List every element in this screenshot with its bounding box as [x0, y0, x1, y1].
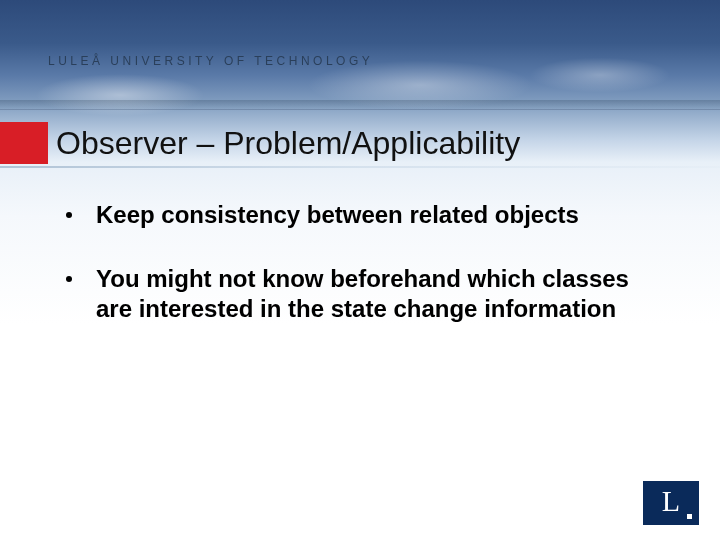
- bullet-text: Keep consistency between related objects: [96, 200, 660, 230]
- bullet-icon: [66, 276, 72, 282]
- university-logo: L: [642, 480, 700, 526]
- title-accent-square: [0, 122, 48, 164]
- bullet-icon: [66, 212, 72, 218]
- content-area: Keep consistency between related objects…: [60, 200, 660, 358]
- logo-dot-icon: [687, 514, 692, 519]
- title-row: Observer – Problem/Applicability: [0, 118, 720, 168]
- logo-letter: L: [662, 486, 680, 516]
- list-item: You might not know beforehand which clas…: [60, 264, 660, 324]
- list-item: Keep consistency between related objects: [60, 200, 660, 230]
- header-divider: [0, 109, 720, 110]
- slide: LULEÅ UNIVERSITY OF TECHNOLOGY Observer …: [0, 0, 720, 540]
- slide-title: Observer – Problem/Applicability: [56, 127, 520, 159]
- title-underline: [0, 166, 720, 168]
- bullet-text: You might not know beforehand which clas…: [96, 264, 660, 324]
- university-name: LULEÅ UNIVERSITY OF TECHNOLOGY: [48, 54, 373, 68]
